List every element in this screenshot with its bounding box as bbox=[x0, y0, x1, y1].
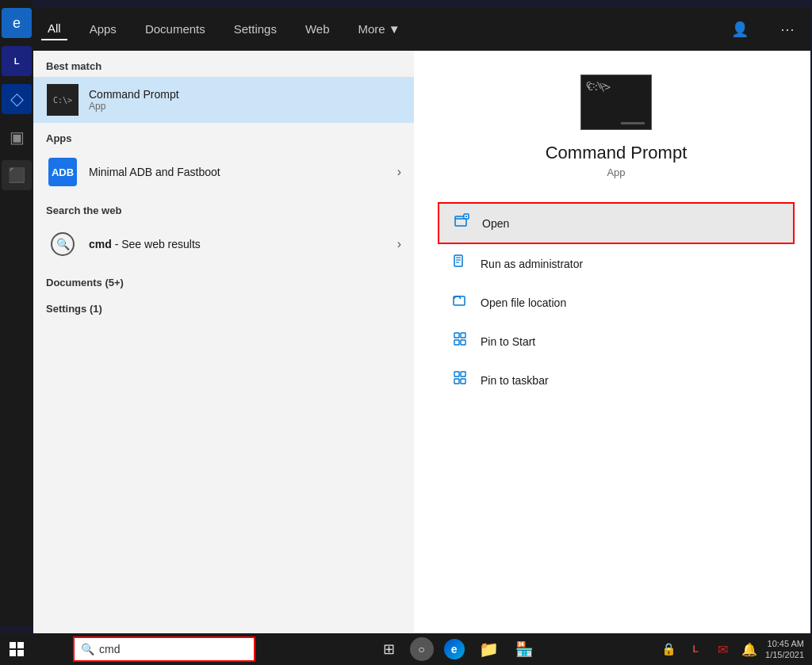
results-panel: Best match C:\> Command Prompt App Apps … bbox=[33, 51, 414, 633]
settings-label: Settings (1) bbox=[33, 293, 414, 319]
task-view-icon[interactable]: ⊞ bbox=[375, 635, 404, 663]
pin-taskbar-icon bbox=[450, 370, 469, 390]
adb-icon: ADB bbox=[46, 155, 79, 189]
app2-side-icon[interactable]: ⬛ bbox=[2, 160, 32, 190]
svg-rect-11 bbox=[461, 333, 465, 338]
adb-arrow: › bbox=[397, 165, 401, 179]
cmd-app-icon: C:\> bbox=[46, 83, 79, 117]
open-label: Open bbox=[482, 217, 509, 230]
pin-start-label: Pin to Start bbox=[481, 335, 535, 348]
run-admin-label: Run as administrator bbox=[481, 258, 583, 270]
pin-start-action[interactable]: Pin to Start bbox=[438, 322, 795, 361]
taskbar-search-text: cmd bbox=[99, 643, 120, 655]
search-web-text: cmd - See web results bbox=[89, 238, 388, 250]
open-location-icon bbox=[450, 292, 469, 312]
svg-rect-13 bbox=[461, 340, 465, 345]
detail-app-type: App bbox=[438, 166, 795, 178]
store-taskbar-icon[interactable]: 🏪 bbox=[510, 635, 538, 663]
search-web-icon: 🔍 bbox=[46, 227, 79, 261]
tab-apps[interactable]: Apps bbox=[83, 18, 123, 40]
search-web-label: Search the web bbox=[33, 195, 414, 221]
taskbar-search-box[interactable]: 🔍 cmd bbox=[73, 636, 255, 662]
best-match-item[interactable]: C:\> Command Prompt App bbox=[33, 77, 414, 123]
lenovo-side-icon[interactable]: L bbox=[2, 46, 32, 76]
run-admin-icon bbox=[450, 254, 469, 273]
detail-app-name: Command Prompt bbox=[438, 143, 795, 163]
windows-logo bbox=[10, 642, 24, 656]
action-list: Open Run as administrator bbox=[438, 202, 795, 399]
svg-rect-12 bbox=[454, 340, 459, 345]
taskbar-center: ⊞ ○ e 📁 🏪 bbox=[255, 635, 657, 663]
svg-rect-10 bbox=[454, 333, 459, 338]
start-menu: All Apps Documents Settings Web More ▼ 👤… bbox=[33, 7, 810, 633]
ellipsis-icon[interactable]: ⋯ bbox=[772, 17, 802, 42]
mail-tray-icon[interactable]: ✉ bbox=[711, 638, 733, 660]
svg-rect-5 bbox=[454, 255, 462, 266]
system-tray: 🔒 L ✉ 🔔 10:45 AM 1/15/2021 bbox=[657, 638, 812, 661]
detail-panel: C:\> Command Prompt App bbox=[414, 51, 810, 633]
svg-rect-14 bbox=[454, 372, 459, 376]
adb-title: Minimal ADB and Fastboot bbox=[89, 166, 388, 178]
pin-taskbar-label: Pin to taskbar bbox=[481, 374, 549, 387]
tab-settings[interactable]: Settings bbox=[228, 18, 283, 40]
pin-start-icon bbox=[450, 331, 469, 351]
tab-all[interactable]: All bbox=[41, 17, 67, 40]
pin-taskbar-action[interactable]: Pin to taskbar bbox=[438, 361, 795, 399]
bottom-taskbar: 🔍 cmd ⊞ ○ e 📁 🏪 🔒 L ✉ 🔔 10:45 AM 1/15/20… bbox=[0, 633, 812, 665]
run-admin-action[interactable]: Run as administrator bbox=[438, 244, 795, 283]
open-icon bbox=[452, 213, 471, 233]
svg-rect-15 bbox=[461, 372, 465, 376]
svg-rect-16 bbox=[454, 379, 459, 384]
adb-fastboot-item[interactable]: ADB Minimal ADB and Fastboot › bbox=[33, 149, 414, 195]
documents-label: Documents (5+) bbox=[33, 267, 414, 293]
tab-web[interactable]: Web bbox=[299, 18, 336, 40]
best-match-label: Best match bbox=[33, 51, 414, 77]
open-location-label: Open file location bbox=[481, 296, 566, 309]
search-web-title: cmd - See web results bbox=[89, 238, 388, 250]
open-location-action[interactable]: Open file location bbox=[438, 283, 795, 322]
open-action[interactable]: Open bbox=[438, 202, 795, 244]
cmd-icon: C:\> bbox=[47, 84, 79, 116]
best-match-subtitle: App bbox=[89, 101, 401, 112]
app1-side-icon[interactable]: ▣ bbox=[2, 122, 32, 152]
detail-app-icon: C:\> bbox=[580, 75, 652, 130]
notification-icon[interactable]: 🔔 bbox=[738, 638, 760, 660]
search-web-item[interactable]: 🔍 cmd - See web results › bbox=[33, 221, 414, 267]
cortana-icon[interactable]: ○ bbox=[410, 637, 434, 661]
tab-more[interactable]: More ▼ bbox=[352, 18, 407, 40]
apps-label: Apps bbox=[33, 123, 414, 149]
search-web-arrow: › bbox=[397, 237, 401, 251]
folder-taskbar-icon[interactable]: 📁 bbox=[475, 635, 504, 663]
person-icon[interactable]: 👤 bbox=[723, 17, 756, 42]
edge-taskbar-icon[interactable]: e bbox=[440, 635, 469, 663]
search-content: Best match C:\> Command Prompt App Apps … bbox=[33, 51, 810, 633]
start-button[interactable] bbox=[0, 633, 33, 665]
desktop: All Apps Documents Settings Web More ▼ 👤… bbox=[0, 0, 812, 665]
dropbox-side-icon[interactable]: ◇ bbox=[2, 84, 32, 114]
svg-rect-17 bbox=[461, 379, 465, 384]
lenovo-tray-icon[interactable]: L bbox=[684, 638, 707, 660]
best-match-text: Command Prompt App bbox=[89, 88, 401, 112]
edge-side-icon[interactable]: e bbox=[2, 8, 32, 38]
tab-documents[interactable]: Documents bbox=[139, 18, 212, 40]
lock-tray-icon[interactable]: 🔒 bbox=[657, 638, 680, 660]
taskbar-search-icon: 🔍 bbox=[81, 643, 94, 655]
best-match-title: Command Prompt bbox=[89, 88, 401, 101]
clock[interactable]: 10:45 AM 1/15/2021 bbox=[765, 638, 804, 661]
search-nav: All Apps Documents Settings Web More ▼ 👤… bbox=[33, 7, 810, 51]
adb-text: Minimal ADB and Fastboot bbox=[89, 166, 388, 178]
left-app-strip: e L ◇ ▣ ⬛ bbox=[0, 0, 33, 626]
